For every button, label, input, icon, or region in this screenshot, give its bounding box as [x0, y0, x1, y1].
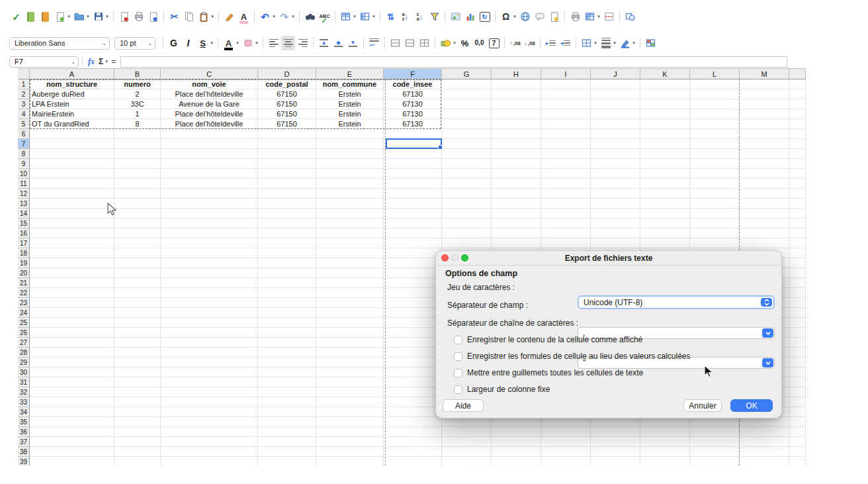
cell-K8[interactable] [640, 149, 690, 159]
cell-B21[interactable] [114, 278, 161, 288]
cell-E22[interactable] [316, 288, 384, 298]
cell-A35[interactable] [30, 417, 114, 427]
split-window-button[interactable] [602, 9, 616, 24]
increase-indent-button[interactable]: ▸ [544, 36, 558, 50]
cell-H10[interactable] [492, 169, 541, 179]
cell-J12[interactable] [591, 189, 640, 199]
clear-formatting-button[interactable]: A [237, 9, 251, 24]
cell-C38[interactable] [161, 447, 258, 457]
cell-F12[interactable] [384, 189, 442, 199]
cell-D20[interactable] [258, 268, 316, 278]
charset-select[interactable]: Unicode (UTF-8) [578, 295, 775, 309]
cell-E29[interactable] [316, 358, 384, 367]
cell-B16[interactable] [114, 228, 161, 238]
cell-D10[interactable] [258, 169, 316, 179]
cell-J7[interactable] [591, 139, 640, 149]
cell-F8[interactable] [384, 149, 442, 159]
cell-D9[interactable] [258, 159, 316, 169]
cell-H13[interactable] [492, 199, 541, 209]
cell-B35[interactable] [114, 417, 161, 427]
cell-B15[interactable] [114, 218, 161, 228]
cell-H14[interactable] [492, 209, 541, 218]
insert-columns-button[interactable] [358, 9, 372, 24]
print-preview-button[interactable] [146, 9, 160, 24]
cell-B31[interactable] [114, 377, 161, 387]
cell-J39[interactable] [591, 457, 640, 465]
cell-C19[interactable] [161, 258, 258, 268]
cell-G1[interactable] [442, 79, 492, 89]
cell-F10[interactable] [384, 169, 442, 179]
cell-F33[interactable] [384, 397, 442, 407]
cell-B25[interactable] [114, 318, 161, 328]
row-header-39[interactable]: 39 [18, 457, 30, 465]
cell-J4[interactable] [591, 109, 640, 119]
delete-decimal-button[interactable]: ↓,08 [523, 36, 537, 50]
chevron-down-icon[interactable]: ▾ [290, 14, 296, 19]
cell-N6[interactable] [789, 129, 806, 139]
cell-A17[interactable] [30, 238, 114, 248]
cell-M8[interactable] [740, 149, 789, 159]
new-document-button[interactable] [53, 9, 67, 24]
help-button[interactable]: Aide [443, 399, 484, 412]
cell-E12[interactable] [316, 189, 384, 199]
cell-D35[interactable] [258, 417, 316, 427]
cell-B36[interactable] [114, 427, 161, 437]
cell-A23[interactable] [30, 298, 114, 308]
cell-E24[interactable] [316, 308, 384, 318]
cell-C25[interactable] [161, 318, 258, 328]
cell-G4[interactable] [442, 109, 492, 119]
cell-A9[interactable] [30, 159, 114, 169]
print-area-button[interactable] [568, 9, 582, 24]
row-header-33[interactable]: 33 [18, 397, 30, 407]
row-header-25[interactable]: 25 [18, 318, 30, 328]
column-header-H[interactable]: H [492, 68, 541, 79]
cell-K38[interactable] [640, 447, 690, 457]
cell-G37[interactable] [442, 437, 492, 447]
border-color-button[interactable] [618, 36, 632, 50]
cell-H17[interactable] [492, 238, 541, 248]
cell-B11[interactable] [114, 179, 161, 189]
cell-H8[interactable] [492, 149, 541, 159]
cell-B38[interactable] [114, 447, 161, 457]
chevron-down-icon[interactable]: ▾ [235, 40, 240, 46]
cell-F18[interactable] [384, 248, 442, 258]
cell-E21[interactable] [316, 278, 384, 288]
cell-A36[interactable] [30, 427, 114, 437]
cell-N36[interactable] [789, 427, 806, 437]
cell-I4[interactable] [541, 109, 591, 119]
cell-E34[interactable] [316, 407, 384, 417]
cell-L35[interactable] [690, 417, 740, 427]
align-left-button[interactable] [267, 36, 281, 50]
cell-F26[interactable] [384, 328, 442, 338]
cell-E19[interactable] [316, 258, 384, 268]
cell-F14[interactable] [384, 209, 442, 218]
cell-E26[interactable] [316, 328, 384, 338]
cell-K13[interactable] [640, 199, 690, 209]
cell-N7[interactable] [789, 139, 806, 149]
cell-A18[interactable] [30, 248, 114, 258]
italic-button[interactable]: I [181, 36, 195, 50]
cell-G5[interactable] [442, 119, 492, 129]
freeze-panes-button[interactable] [583, 9, 597, 24]
cell-M17[interactable] [740, 238, 789, 248]
cell-E17[interactable] [316, 238, 384, 248]
cell-G2[interactable] [442, 89, 492, 99]
cell-G36[interactable] [442, 427, 492, 437]
row-header-35[interactable]: 35 [18, 417, 30, 427]
cell-H4[interactable] [492, 109, 541, 119]
cell-K39[interactable] [640, 457, 690, 465]
chevron-down-icon[interactable]: ▾ [85, 14, 91, 19]
cell-C16[interactable] [161, 228, 258, 238]
column-header-B[interactable]: B [114, 68, 161, 79]
row-header-10[interactable]: 10 [18, 169, 30, 179]
chevron-down-icon[interactable]: ▾ [371, 14, 376, 19]
cell-E14[interactable] [316, 209, 384, 218]
cell-N12[interactable] [789, 189, 806, 199]
cell-K4[interactable] [640, 109, 690, 119]
cell-F15[interactable] [384, 218, 442, 228]
cell-H1[interactable] [492, 79, 541, 89]
row-header-2[interactable]: 2 [18, 89, 30, 99]
cell-D21[interactable] [258, 278, 316, 288]
spelling-button[interactable]: ABC✓ [318, 9, 331, 24]
cell-D30[interactable] [258, 367, 316, 377]
